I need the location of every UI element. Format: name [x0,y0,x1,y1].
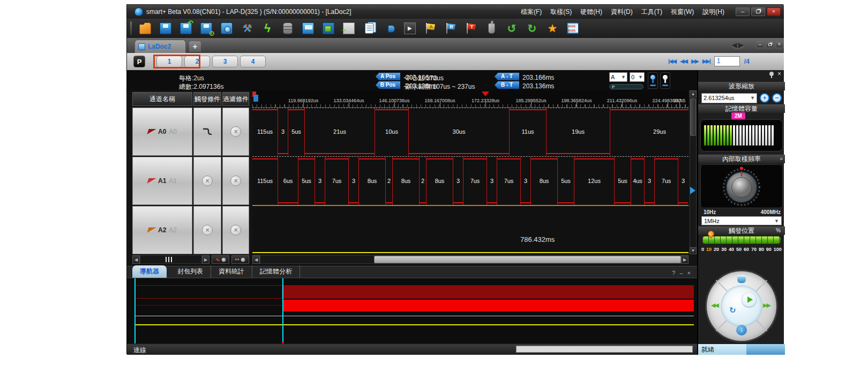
column-header-trigger[interactable]: 觸發條件 [193,92,221,106]
doc-restore-button[interactable] [766,41,774,48]
quick-capture-button[interactable] [259,20,275,36]
navigator-cursor-view[interactable] [282,278,283,344]
compare-docs-button[interactable] [361,20,377,36]
export-button[interactable] [341,20,357,36]
flag-t-button[interactable]: T [463,20,479,36]
memory-capacity-gauge[interactable] [700,119,783,151]
cursor-index-select[interactable]: 0▼ [630,72,645,82]
first-page-button[interactable]: |◀◀ [668,58,676,65]
scrollbar-grip[interactable] [166,257,173,262]
menu-item[interactable]: 硬體(H) [577,6,606,18]
refresh-icon[interactable]: ↻ [729,306,736,315]
pan-right-button[interactable]: ▶▶ [763,302,770,309]
bottom-tab-導航器[interactable]: 導航器 [132,265,167,278]
save-settings-button[interactable] [198,20,214,36]
save-button[interactable] [158,20,174,36]
tab-scroll-right-icon[interactable]: ▶ [738,41,744,49]
waveform-channel-a2[interactable]: 786.432ms [252,206,689,254]
transition-search-button[interactable]: •• [231,255,249,264]
device-button[interactable] [300,20,316,36]
frequency-select[interactable]: 1MHz▼ [701,216,782,225]
pin-panel-icon[interactable] [769,72,774,76]
page-number-input[interactable]: 1 [714,56,740,66]
goto-cursor-pin-button[interactable] [648,72,658,89]
restore-button[interactable] [751,7,765,16]
doc-close-button[interactable]: × [775,41,783,48]
b-pos-tag[interactable]: B Pos [376,81,400,89]
zoom-in-button[interactable]: + [760,93,769,103]
channel-a1-trigger-cell[interactable]: × [193,157,221,205]
channel-list-scroll-right-button[interactable]: ▶ [202,255,209,264]
flag-a-button[interactable]: A [422,20,438,36]
panel-control-icon[interactable]: × [687,270,691,276]
zoom-redo-button[interactable] [524,20,540,36]
panel-control-icon[interactable]: – [679,270,683,276]
waveform-search-button[interactable]: ∿ [212,255,229,264]
storage-button[interactable] [280,20,296,36]
channel-list-scroll-left-button[interactable]: ◀ [132,255,140,264]
panel-expand-arrow-icon[interactable] [690,187,695,194]
menu-item[interactable]: 資料(D) [607,6,637,18]
probe-button[interactable] [381,20,398,36]
waveform-scroll-right-button[interactable]: ▶ [681,255,689,264]
tab-scroll-left-icon[interactable]: ◀ [731,41,737,49]
toolbar-grip[interactable] [130,21,132,35]
close-button[interactable]: × [767,7,781,16]
channel-a0-filter-cell[interactable]: × [222,108,249,156]
page-button-3[interactable]: 3 [212,56,238,67]
scroll-down-button[interactable]: ▼ [690,247,697,254]
b-t-tag[interactable]: B - T [495,81,519,89]
menu-item[interactable]: 檔案(F) [517,6,545,18]
last-page-button[interactable]: ▶▶| [702,58,710,65]
open-button[interactable] [137,20,153,36]
channel-a1-name-cell[interactable]: A1 A1 [132,157,192,205]
a-pos-tag[interactable]: A Pos [376,73,400,80]
menu-item[interactable]: 工具(T) [638,6,666,18]
memory-depth-tag[interactable]: 2M [731,112,745,119]
expand-chevron-icon[interactable]: » [780,155,783,163]
menu-item[interactable]: 視窗(W) [667,6,698,18]
close-panel-icon[interactable]: × [777,71,781,77]
a-t-tag[interactable]: A - T [495,73,519,80]
settings-tools-button[interactable] [239,20,255,36]
bottom-tab-封包列表[interactable]: 封包列表 [170,265,211,278]
binary-button[interactable] [565,20,581,36]
pan-down-button[interactable]: ↓ [736,325,747,336]
column-header-filter[interactable]: 過濾條件 [222,92,249,106]
channel-a1-filter-cell[interactable]: × [222,157,249,205]
navigator-cursor-left[interactable] [134,278,136,344]
minimize-button[interactable]: – [736,7,750,16]
channel-a0-name-cell[interactable]: A0 A0 [132,108,192,156]
channel-a2-trigger-cell[interactable]: × [193,206,221,254]
channel-a2-filter-cell[interactable]: × [222,206,249,254]
bottom-tab-資料統計[interactable]: 資料統計 [211,265,252,278]
channel-a0-trigger-cell[interactable] [193,108,221,156]
page-p-button[interactable]: P [133,56,145,67]
navigator-panel[interactable] [127,278,697,343]
waveform-channel-a1[interactable]: 115us6us5us37us38us28us28us37us37us38us5… [252,157,689,205]
video-button[interactable] [402,20,418,36]
time-ruler[interactable]: 119.968192us133.034464us146.100736us159.… [252,90,689,108]
favorite-button[interactable] [544,20,560,36]
zoom-out-button[interactable]: − [772,93,782,103]
play-button[interactable] [742,293,756,307]
pan-left-button[interactable]: ◀◀ [711,302,718,309]
marker-button[interactable] [483,20,499,36]
navigation-pad[interactable]: ◀◀ ▶▶ ↻ ↓ [707,271,776,341]
next-page-button[interactable]: ▶▶ [691,58,698,65]
doc-minimize-button[interactable]: – [756,41,764,48]
layout-button[interactable] [320,20,336,36]
horizontal-scroll-thumb[interactable] [374,256,681,263]
waveform-scroll-left-button[interactable]: ◀ [252,255,260,264]
flag-b-button[interactable]: B [443,20,459,36]
hand-pan-icon[interactable] [737,275,746,283]
prev-page-button[interactable]: ◀◀ [680,58,687,65]
cursor-select[interactable]: A▼ [609,72,627,82]
page-button-4[interactable]: 4 [240,56,266,67]
panel-control-icon[interactable]: ? [672,270,675,276]
menu-item[interactable]: 取樣(S) [547,6,575,18]
trigger-position-slider[interactable] [702,236,781,244]
place-cursor-pin-button[interactable] [660,72,670,89]
channel-a2-name-cell[interactable]: A2 A2 [132,206,192,254]
save-restore-button[interactable] [178,20,194,36]
